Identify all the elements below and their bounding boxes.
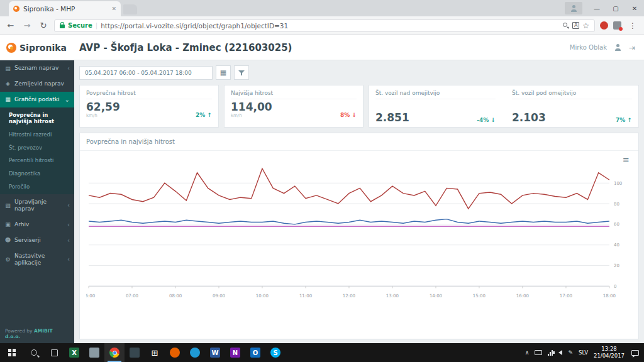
browser-profile-button[interactable] [565,2,582,14]
browser-tab[interactable]: Sipronika - MHP ✕ [9,1,121,16]
sidebar-item-serviserji[interactable]: ☻ Serviserji ‹ [0,233,74,248]
taskbar-app-word[interactable]: W [205,343,225,362]
sidebar-item-zemljevid-naprav[interactable]: ◈ Zemljevid naprav [0,76,74,92]
taskbar-search-icon [31,349,37,356]
taskbar-app-file-explorer[interactable] [84,343,104,362]
taskbar-app-store[interactable]: ⊞ [145,343,165,362]
network-icon[interactable] [548,350,553,356]
zoom-search-icon[interactable] [563,23,569,29]
chevron-left-icon: ‹ [67,237,70,244]
user-icon[interactable] [614,44,621,51]
svg-text:07:00: 07:00 [126,293,139,299]
sidebar-subitem-percentili-hitrosti[interactable]: Percentili hitrosti [0,154,74,167]
secure-label[interactable]: Secure [68,22,92,29]
word-icon: W [210,348,220,358]
tray-chevron-icon[interactable]: ∧ [525,349,530,356]
back-icon[interactable]: ← [5,21,16,30]
card-najvisja-hitrost: Najvišja hitrost 114,00 km/h 8% ↓ [224,85,364,128]
chevron-left-icon: ‹ [67,221,70,228]
svg-text:16:00: 16:00 [516,293,530,299]
refresh-icon[interactable]: ↻ [38,21,49,30]
stat-cards: Povprečna hitrost 62,59 km/h 2% ↑ Najviš… [79,85,639,128]
logout-icon[interactable]: ⇥ [629,43,635,52]
url-bar[interactable]: Secure | https://portal.vi-vozite.si/gri… [54,19,595,32]
monitor-icon[interactable] [535,350,542,355]
filter-funnel-icon [238,70,245,76]
extension-red-icon[interactable] [600,21,608,30]
windows-taskbar: X⊞WNOS ∧ ✎ SLV 13:28 21/04/2017 [0,343,644,362]
date-range-input[interactable]: 05.04.2017 06:00 - 05.04.2017 18:00 [79,66,213,80]
card-value: 62,59 [86,102,120,112]
system-tray: ∧ ✎ SLV 13:28 21/04/2017 [525,343,644,362]
calendar-button[interactable]: ▦ [216,65,231,80]
translate-icon[interactable]: A [572,22,579,29]
task-view-button[interactable] [44,343,64,362]
svg-text:12:00: 12:00 [343,293,356,299]
taskbar-app-skype[interactable]: S [265,343,286,362]
date-toolbar: 05.04.2017 06:00 - 05.04.2017 18:00 ▦ [79,65,639,80]
sidebar-submenu: Povprečna in najvišja hitrost Hitrostni … [0,107,74,194]
svg-text:17:00: 17:00 [560,293,573,299]
filter-button[interactable] [234,65,249,80]
taskbar-app-app-dark[interactable] [125,343,145,362]
browser-menu-icon[interactable]: ⋮ [626,21,639,30]
svg-text:15:00: 15:00 [473,293,486,299]
svg-text:20: 20 [614,263,619,268]
card-unit: km/h [231,114,272,118]
new-tab-button[interactable] [123,4,137,14]
taskbar-app-chrome[interactable] [104,343,125,362]
firefox-icon [170,348,180,358]
chevron-down-icon: ⌄ [65,96,70,103]
trend-arrow-icon: ↑ [627,117,632,123]
sidebar-subitem-st-prevozov[interactable]: Št. prevozov [0,141,74,155]
sidebar-item-label: Serviserji [14,237,64,244]
taskbar-app-excel[interactable]: X [64,343,84,362]
sidebar-item-seznam-naprav[interactable]: ▤ Seznam naprav ‹ [0,60,74,76]
sidebar-item-graficni-podatki[interactable]: ▦ Grafični podatki ⌄ [0,92,74,107]
start-button[interactable] [0,343,24,362]
taskbar-app-app-blue[interactable] [185,343,205,362]
sidebar-item-label: Zemljevid naprav [14,80,70,87]
sidebar-subitem-diagnostika[interactable]: Diagnostika [0,167,74,180]
taskbar-app-outlook[interactable]: O [245,343,265,362]
minimize-button[interactable]: — [587,0,606,16]
chevron-left-icon: ‹ [67,65,70,72]
sidebar-subitem-povprecna-najvisja-hitrost[interactable]: Povprečna in najvišja hitrost [0,109,74,128]
tab-close-icon[interactable]: ✕ [111,6,116,12]
sipronika-logo-icon [6,43,16,53]
pen-icon[interactable]: ✎ [568,349,573,356]
extension-gray-icon[interactable] [613,21,621,30]
page-title: AVP - Škofja Loka - Zminec (221603025) [79,42,570,53]
card-vozila-panel: Št. vozil nad omejitvijo 2.851 -4% ↓ [369,85,639,128]
sidebar-spacer [0,270,74,324]
powered-by-label: Powered by [5,328,32,334]
bookmark-star-icon[interactable]: ☆ [582,21,589,30]
taskbar-search-button[interactable] [24,343,44,362]
chart-title: Povprečna in najvišja hitrost [80,133,638,151]
card-title: Povprečna hitrost [86,90,212,99]
action-center-icon[interactable] [631,350,639,356]
url-text[interactable]: https://portal.vi-vozite.si/grid/object/… [101,22,560,30]
sidebar-subitem-porocilo[interactable]: Poročilo [0,180,74,194]
forward-icon[interactable]: → [21,21,33,30]
chart-menu-button[interactable]: ≡ [623,156,630,164]
chart-panel: Povprečna in najvišja hitrost ≡ 02040608… [79,133,639,339]
sidebar-subitem-hitrostni-razredi[interactable]: Hitrostni razredi [0,128,74,141]
taskbar-app-onenote[interactable]: N [225,343,245,362]
sidebar-item-nastavitve-aplikacije[interactable]: ⚙ Nastavitve aplikacije ‹ [0,248,74,271]
sidebar-item-label: Arhiv [14,221,64,228]
sidebar-item-arhiv[interactable]: ▣ Arhiv ‹ [0,217,74,233]
chrome-center [113,351,117,355]
language-indicator[interactable]: SLV [579,349,588,356]
maximize-button[interactable]: ▢ [606,0,625,16]
volume-icon[interactable] [558,350,562,355]
clock[interactable]: 13:28 21/04/2017 [594,346,625,359]
brand[interactable]: Sipronika [0,43,74,53]
archive-icon: ▣ [4,221,11,228]
sidebar-item-upravljanje-naprav[interactable]: ▧ Upravljanje naprav ‹ [0,194,74,217]
taskbar-app-firefox[interactable] [165,343,185,362]
tab-title: Sipronika - MHP [23,5,108,13]
svg-text:80: 80 [614,201,619,207]
close-button[interactable]: ✕ [625,0,644,16]
delta-badge: 2% ↑ [196,112,212,118]
